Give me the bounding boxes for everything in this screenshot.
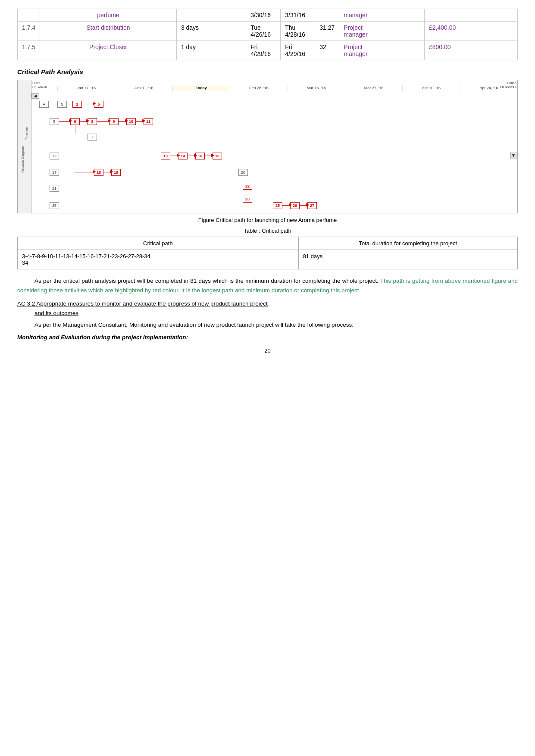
duration: 1 day [176, 41, 246, 60]
tl-jan31: Jan 31, '16 [115, 86, 172, 91]
tl-jan17: Jan 17, '16 [57, 86, 115, 91]
arrow-head-3: ▶ [86, 118, 90, 123]
node-1: 1 [72, 101, 82, 108]
cp-col2-header: Total duration for completing the projec… [298, 237, 517, 250]
duration: 3 days [176, 22, 246, 41]
arrow-head-1: ▶ [93, 101, 96, 106]
timeline-label: Timeline [25, 127, 28, 140]
node-20: 20 [238, 169, 248, 176]
end-date: Fri4/29/16 [281, 41, 315, 60]
node-5a: 5 [57, 101, 67, 108]
cost [425, 9, 518, 22]
node-25: 25 [273, 202, 282, 209]
arrow-17-18 [75, 172, 94, 172]
node-7: 7 [88, 134, 97, 141]
figure-caption: Figure Critical path for launching of ne… [17, 217, 518, 223]
table-row: 1.7.4 Start distribution 3 days Tue4/26/… [18, 22, 518, 41]
body-para1-black: As per the critical path analysis projec… [34, 278, 379, 284]
end-date: Thu4/28/16 [281, 22, 315, 41]
finish-label: Finish [507, 81, 516, 85]
node-23: 23 [243, 196, 252, 203]
network-area: ◄ ▼ A 5 1 5 ▶ 5 6 ▶ 8 ▶ 9 ▶ 10 [31, 92, 517, 211]
arrow-head-13: ▶ [306, 202, 310, 207]
ac-sub: and its outcomes [34, 309, 518, 318]
page-number: 20 [17, 347, 518, 354]
diagram-inner: Start Fri 1/8/16 Finish Fri 4/29/16 Jan … [31, 80, 517, 213]
cp-duration: 81 days [298, 250, 517, 269]
bold-italic-heading: Monitoring and Evaluation during the pro… [17, 334, 518, 341]
arrow-head-9: ▶ [211, 153, 215, 157]
diagram-container: Timeline Network Diagram Start Fri 1/8/1… [17, 80, 518, 213]
section-heading: Critical Path Analysis [17, 68, 518, 75]
role: manager [339, 9, 425, 22]
start-date: Fri4/29/16 [246, 41, 281, 60]
duration [176, 9, 246, 22]
arrow-A-5 [49, 104, 57, 104]
ac-heading: AC 3.2 Appropriate measures to monitor a… [17, 299, 518, 318]
num [315, 9, 339, 22]
arrow-head-6: ▶ [142, 118, 146, 123]
cost: £2,400.00 [425, 22, 518, 41]
body-para2: As per the Management Consultant, Monito… [17, 320, 518, 330]
tl-feb28: Feb 28, '16 [230, 86, 287, 91]
arrow-8-9 [97, 121, 109, 122]
cp-table-row: 3-4-7-8-9-10-11-13-14-15-16-17-21-23-26-… [18, 250, 518, 269]
start-date: Tue4/26/16 [246, 22, 281, 41]
node-21: 21 [50, 185, 59, 192]
task-table: perfume 3/30/16 3/31/16 manager 1.7.4 St… [17, 9, 518, 60]
node-22: 22 [243, 183, 252, 190]
start-date-label: Fri 1/8/16 [32, 85, 47, 89]
node-5c: 5 [50, 118, 59, 125]
cp-col1-header: Critical path [18, 237, 299, 250]
arrow-head-10: ▶ [93, 169, 96, 174]
scroll-left[interactable]: ◄ [31, 93, 39, 99]
tl-apr10: Apr 10, '16 [402, 86, 460, 91]
arrow-head-5: ▶ [125, 118, 128, 123]
cp-path: 3-4-7-8-9-10-11-13-14-15-16-17-21-23-26-… [18, 250, 299, 269]
cp-table: Critical path Total duration for complet… [17, 237, 518, 269]
arrow-1-5b [82, 104, 94, 104]
tl-mar13: Mar 13, '16 [288, 86, 345, 91]
row-id [18, 9, 40, 22]
node-13: 13 [161, 153, 170, 159]
table-row: perfume 3/30/16 3/31/16 manager [18, 9, 518, 22]
row-id: 1.7.4 [18, 22, 40, 41]
arrow-head-4: ▶ [108, 118, 111, 123]
arrow-5-1 [67, 104, 72, 104]
arrow-head-12: ▶ [289, 202, 292, 207]
role: Projectmanager [339, 22, 425, 41]
node-12: 12 [50, 153, 59, 159]
node-25-left: 25 [50, 202, 59, 209]
role: Projectmanager [339, 41, 425, 60]
task-name: Project Closer [40, 41, 177, 60]
tl-today: Today [172, 86, 230, 91]
cost: £800.00 [425, 41, 518, 60]
node-17: 17 [50, 169, 59, 176]
task-name: Start distribution [40, 22, 177, 41]
tl-mar27: Mar 27, '16 [345, 86, 402, 91]
num: 31,27 [315, 22, 339, 41]
end-date: 3/31/16 [281, 9, 315, 22]
arrow-head-11: ▶ [110, 169, 113, 174]
row-id: 1.7.5 [18, 41, 40, 60]
timeline-header: Start Fri 1/8/16 Finish Fri 4/29/16 Jan … [31, 80, 517, 92]
num: 32 [315, 41, 339, 60]
arrow-head-7: ▶ [177, 153, 180, 157]
arrow-head-8: ▶ [194, 153, 197, 157]
start-label: Start [32, 81, 40, 85]
diagram-left-label: Timeline Network Diagram [18, 80, 31, 213]
scroll-down[interactable]: ▼ [510, 152, 516, 159]
start-date: 3/30/16 [246, 9, 281, 22]
arrow-6-7 [75, 125, 75, 134]
arrow-head-2: ▶ [69, 118, 72, 123]
task-name: perfume [40, 9, 177, 22]
finish-date-label: Fri 4/29/16 [500, 85, 516, 89]
node-A: A [39, 101, 49, 108]
network-label: Network Diagram [21, 146, 25, 173]
table-row: 1.7.5 Project Closer 1 day Fri4/29/16 Fr… [18, 41, 518, 60]
body-para1: As per the critical path analysis projec… [17, 276, 518, 295]
cp-table-title: Table : Critical path [17, 228, 518, 234]
